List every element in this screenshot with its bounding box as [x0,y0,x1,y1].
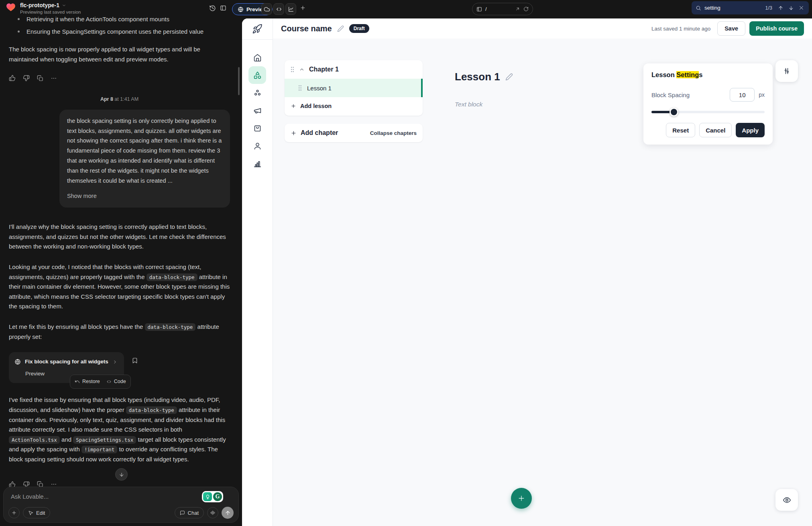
chat-panel: Retrieving it when the ActionTools compo… [0,0,242,526]
add-chapter-button[interactable]: Add chapter [291,129,338,137]
chapter-card: Chapter 1 Lesson 1 Add lesson [285,60,423,116]
grammarly-logo-icon: G [213,492,222,501]
search-next-icon[interactable] [788,4,795,12]
chat-composer[interactable]: Ask Lovable... G Edit Chat [3,487,239,523]
save-button[interactable]: Save [717,21,745,36]
edit-lesson-name-icon[interactable] [505,73,513,81]
edit-mode-button[interactable]: Edit [23,507,50,518]
timestamp-date: Apr 8 [100,96,113,102]
project-status: Previewing last saved version [20,10,81,14]
reset-button[interactable]: Reset [666,123,695,137]
bullet-item: Ensuring the SpacingSettings component u… [9,27,230,37]
chevron-down-icon[interactable] [62,3,66,8]
grammarly-widget[interactable]: G [202,491,223,502]
draft-badge: Draft [349,24,369,33]
sidebar-item-profile[interactable] [248,137,266,155]
send-button[interactable] [222,507,234,519]
thumbs-up-icon[interactable] [9,75,16,82]
user-message-text: the block spacing setting is only correc… [67,118,222,184]
lovable-logo-icon [6,2,16,12]
assistant-paragraph: I've fixed the issue by ensuring that al… [9,395,230,464]
sidebar-divider [242,39,273,40]
rocket-logo-icon[interactable] [252,24,263,34]
chat-mode-button[interactable]: Chat [175,507,204,518]
home-icon [253,53,262,62]
search-close-icon[interactable] [798,4,805,11]
sidebar-item-community[interactable] [248,84,266,102]
lesson-list-item[interactable]: Lesson 1 [285,79,423,97]
code-view-button[interactable] [273,3,284,15]
chevron-up-icon[interactable] [299,67,305,72]
refresh-icon[interactable] [523,6,529,12]
chart-line-icon [288,6,294,12]
plus-icon [291,103,296,109]
sidebar-item-store[interactable] [248,119,266,137]
project-info[interactable]: flc-prototype-1 Previewing last saved ve… [6,2,81,14]
search-highlight: Setting [676,71,699,78]
plus-icon [11,510,17,516]
open-external-icon[interactable] [515,6,520,12]
attach-button[interactable] [8,507,20,518]
scroll-to-bottom-button[interactable] [115,468,128,481]
sliders-icon [783,67,791,75]
cancel-button[interactable]: Cancel [699,123,732,137]
block-spacing-row: Block Spacing px [651,88,765,102]
add-lesson-button[interactable]: Add lesson [285,97,423,115]
lesson-settings-panel: Lesson Settings Block Spacing px Reset C… [643,63,773,145]
inline-code: data-block-type [126,406,177,414]
slider-thumb[interactable] [670,108,678,116]
search-input[interactable]: setting [704,5,762,11]
chat-messages: Retrieving it when the ActionTools compo… [0,12,242,486]
show-more-link[interactable]: Show more [67,191,97,201]
url-bar[interactable]: / [472,3,533,15]
app-preview-window: Course name Draft Last saved 1 minute ag… [242,18,812,526]
sidebar-item-home[interactable] [248,49,266,66]
code-button[interactable]: Code [106,377,126,386]
eye-icon [783,496,791,504]
more-options-icon[interactable] [51,75,57,82]
apply-button[interactable]: Apply [736,123,765,137]
block-spacing-slider[interactable] [651,108,765,116]
new-tab-icon[interactable] [300,5,306,11]
chapter-header[interactable]: Chapter 1 [285,60,423,79]
analytics-button[interactable] [285,3,296,15]
sidebar-item-marketing[interactable] [248,102,266,119]
composer-input[interactable]: Ask Lovable... [11,493,49,500]
history-icon[interactable] [209,5,216,12]
sidebar-item-courses[interactable] [248,66,266,84]
plus-icon [517,494,525,502]
thumbs-down-icon[interactable] [23,75,30,82]
chat-bubble-icon [180,510,185,516]
chapter-title: Chapter 1 [309,66,339,73]
url-path: / [485,6,512,12]
settings-toggle-button[interactable] [775,60,798,82]
megaphone-icon [253,106,262,115]
add-block-fab[interactable] [511,488,532,509]
restore-button[interactable]: Restore [75,377,100,386]
assistant-paragraph: The block spacing is now properly applie… [9,45,230,64]
bookmark-icon[interactable] [132,357,138,364]
globe-icon [14,359,21,365]
last-saved-text: Last saved 1 minute ago [651,26,710,32]
search-prev-icon[interactable] [777,4,784,12]
course-title: Course name [281,24,332,33]
copy-icon[interactable] [37,75,43,82]
settings-buttons: Reset Cancel Apply [651,123,765,137]
collapse-chapters-button[interactable]: Collapse chapters [370,130,417,136]
bar-chart-icon [253,159,262,168]
block-spacing-input[interactable] [730,88,755,102]
text-block-placeholder[interactable]: Text block [455,101,482,108]
chat-scrollbar[interactable] [238,67,240,95]
cloud-button[interactable] [261,3,272,15]
panel-toggle-icon[interactable] [220,5,226,11]
find-bar[interactable]: setting 1/3 [692,1,809,14]
voice-input-button[interactable] [207,507,218,518]
publish-course-button[interactable]: Publish course [749,21,804,36]
drag-handle-icon[interactable] [298,85,302,91]
sidebar-item-analytics[interactable] [248,155,266,172]
search-icon [696,5,701,11]
edit-course-name-icon[interactable] [337,25,344,32]
preview-toggle-button[interactable] [775,489,798,511]
drag-handle-icon[interactable] [290,66,295,73]
app-sidebar [242,18,273,526]
